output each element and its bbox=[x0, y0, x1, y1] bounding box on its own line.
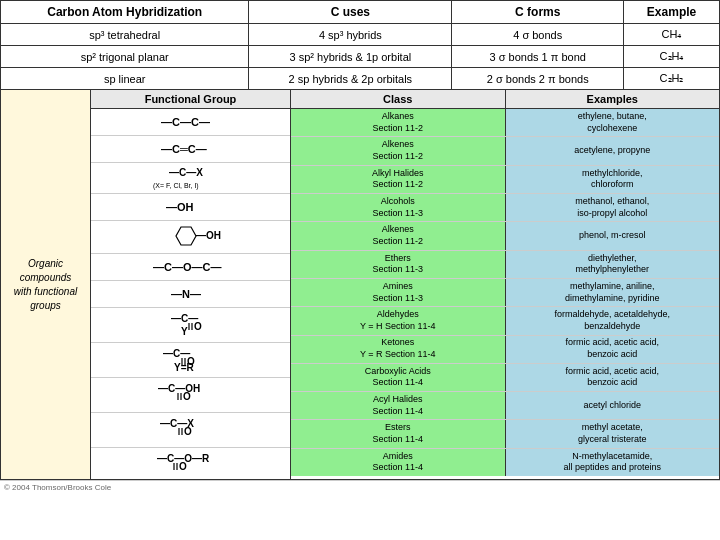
svg-text:O: O bbox=[184, 426, 192, 437]
example-sp2: C₂H₄ bbox=[624, 46, 720, 68]
header-example: Example bbox=[624, 1, 720, 24]
class-example-row: Ketones Y = R Section 11-4formic acid, a… bbox=[291, 336, 719, 364]
svg-text:—OH: —OH bbox=[166, 201, 194, 213]
class-cell: Acyl Halides Section 11-4 bbox=[291, 392, 506, 419]
class-cell: Alkenes Section 11-2 bbox=[291, 137, 506, 164]
c-forms-sp3: 4 σ bonds bbox=[452, 24, 624, 46]
fg-alkene: —C═C— bbox=[91, 136, 290, 163]
class-cell: Aldehydes Y = H Section 11-4 bbox=[291, 307, 506, 334]
class-example-row: Carboxylic Acids Section 11-4formic acid… bbox=[291, 364, 719, 392]
hybridization-sp3: sp³ tetrahedral bbox=[1, 24, 249, 46]
c-forms-sp2: 3 σ bonds 1 π bond bbox=[452, 46, 624, 68]
svg-text:O: O bbox=[194, 321, 202, 332]
functional-groups-list: —C—C— —C═C— —C—X (X= F, Cl, Br, I) —OH bbox=[91, 109, 290, 476]
fg-alkyl-halide: —C—X (X= F, Cl, Br, I) bbox=[91, 163, 290, 194]
header-hybridization: Carbon Atom Hybridization bbox=[1, 1, 249, 24]
example-cell: methyl acetate, glyceral tristerate bbox=[506, 420, 720, 447]
svg-marker-5 bbox=[176, 227, 196, 245]
class-example-row: Alkyl Halides Section 11-2methylchloride… bbox=[291, 166, 719, 194]
organic-compounds-box: Organic compounds with functional groups bbox=[1, 90, 91, 479]
class-example-row: Alkanes Section 11-2ethylene, butane, cy… bbox=[291, 109, 719, 137]
example-cell: methanol, ethanol, iso-propyl alcohol bbox=[506, 194, 720, 221]
svg-text:(X= F, Cl, Br, I): (X= F, Cl, Br, I) bbox=[153, 182, 199, 190]
class-example-row: Amides Section 11-4N-methylacetamide, al… bbox=[291, 449, 719, 476]
example-sp3: CH₄ bbox=[624, 24, 720, 46]
example-cell: methylchloride, chloroform bbox=[506, 166, 720, 193]
class-cell: Amines Section 11-3 bbox=[291, 279, 506, 306]
class-example-row: Alkenes Section 11-2acetylene, propyne bbox=[291, 137, 719, 165]
example-cell: phenol, m-cresol bbox=[506, 222, 720, 249]
c-uses-sp: 2 sp hybrids & 2p orbitals bbox=[249, 68, 452, 90]
svg-text:—C═C—: —C═C— bbox=[161, 143, 207, 155]
c-uses-sp2: 3 sp² hybrids & 1p orbital bbox=[249, 46, 452, 68]
class-example-row: Aldehydes Y = H Section 11-4formaldehyde… bbox=[291, 307, 719, 335]
example-sp: C₂H₂ bbox=[624, 68, 720, 90]
fg-ester: —C—O—R O bbox=[91, 448, 290, 480]
class-cell: Ethers Section 11-3 bbox=[291, 251, 506, 278]
class-cell: Alkyl Halides Section 11-2 bbox=[291, 166, 506, 193]
class-cell: Alkanes Section 11-2 bbox=[291, 109, 506, 136]
class-example-row: Esters Section 11-4methyl acetate, glyce… bbox=[291, 420, 719, 448]
table-row: sp² trigonal planar 3 sp² hybrids & 1p o… bbox=[1, 46, 720, 68]
header-c-forms: C forms bbox=[452, 1, 624, 24]
class-cell: Ketones Y = R Section 11-4 bbox=[291, 336, 506, 363]
fg-acyl-halide: —C—X O bbox=[91, 413, 290, 448]
example-cell: N-methylacetamide, all peptides and prot… bbox=[506, 449, 720, 476]
class-cell: Esters Section 11-4 bbox=[291, 420, 506, 447]
fg-ether: —C—O—C— bbox=[91, 254, 290, 281]
svg-text:—C—C—: —C—C— bbox=[161, 116, 210, 128]
class-examples-section: Class Examples Alkanes Section 11-2ethyl… bbox=[291, 90, 719, 479]
class-example-row: Acyl Halides Section 11-4acetyl chloride bbox=[291, 392, 719, 420]
class-example-row: Alcohols Section 11-3methanol, ethanol, … bbox=[291, 194, 719, 222]
hybridization-table: Carbon Atom Hybridization C uses C forms… bbox=[0, 0, 720, 90]
fg-carboxylic-acid: —C—OH O bbox=[91, 378, 290, 413]
fg-phenol: —OH bbox=[91, 221, 290, 254]
example-cell: acetyl chloride bbox=[506, 392, 720, 419]
example-cell: diethylether, methylphenylether bbox=[506, 251, 720, 278]
right-rows-container: Alkanes Section 11-2ethylene, butane, cy… bbox=[291, 109, 719, 476]
organic-label: Organic compounds with functional groups bbox=[14, 257, 77, 313]
svg-text:—C—O—C—: —C—O—C— bbox=[153, 261, 221, 273]
class-cell: Alkenes Section 11-2 bbox=[291, 222, 506, 249]
functional-group-column: Functional Group —C—C— —C═C— —C—X (X= F,… bbox=[91, 90, 291, 479]
c-forms-sp: 2 σ bonds 2 π bonds bbox=[452, 68, 624, 90]
fg-aldehyde: —C— Y O bbox=[91, 308, 290, 343]
svg-text:O: O bbox=[183, 391, 191, 402]
class-cell: Amides Section 11-4 bbox=[291, 449, 506, 476]
class-example-row: Ethers Section 11-3diethylether, methylp… bbox=[291, 251, 719, 279]
fg-alcohol: —OH bbox=[91, 194, 290, 221]
example-cell: acetylene, propyne bbox=[506, 137, 720, 164]
class-header: Class bbox=[291, 90, 506, 108]
example-cell: formaldehyde, acetaldehyde, benzaldehyde bbox=[506, 307, 720, 334]
class-example-row: Amines Section 11-3methylamine, aniline,… bbox=[291, 279, 719, 307]
svg-text:O: O bbox=[179, 461, 187, 472]
right-column-headers: Class Examples bbox=[291, 90, 719, 109]
fg-amine: —N— bbox=[91, 281, 290, 308]
svg-text:—C—X: —C—X bbox=[169, 167, 203, 178]
example-cell: methylamine, aniline, dimethylamine, pyr… bbox=[506, 279, 720, 306]
table-row: sp linear 2 sp hybrids & 2p orbitals 2 σ… bbox=[1, 68, 720, 90]
hybridization-sp: sp linear bbox=[1, 68, 249, 90]
class-cell: Carboxylic Acids Section 11-4 bbox=[291, 364, 506, 391]
svg-text:—N—: —N— bbox=[171, 288, 201, 300]
class-cell: Alcohols Section 11-3 bbox=[291, 194, 506, 221]
functional-group-header: Functional Group bbox=[91, 90, 290, 109]
c-uses-sp3: 4 sp³ hybrids bbox=[249, 24, 452, 46]
example-cell: formic acid, acetic acid, benzoic acid bbox=[506, 364, 720, 391]
fg-ketone: —C— Y=R O bbox=[91, 343, 290, 378]
copyright-notice: © 2004 Thomson/Brooks Cole bbox=[0, 480, 720, 494]
fg-alkane: —C—C— bbox=[91, 109, 290, 136]
table-row: sp³ tetrahedral 4 sp³ hybrids 4 σ bonds … bbox=[1, 24, 720, 46]
header-c-uses: C uses bbox=[249, 1, 452, 24]
example-cell: ethylene, butane, cyclohexene bbox=[506, 109, 720, 136]
examples-header: Examples bbox=[506, 90, 720, 108]
functional-groups-section: Organic compounds with functional groups… bbox=[0, 90, 720, 480]
example-cell: formic acid, acetic acid, benzoic acid bbox=[506, 336, 720, 363]
class-example-row: Alkenes Section 11-2phenol, m-cresol bbox=[291, 222, 719, 250]
svg-text:Y: Y bbox=[181, 326, 188, 337]
svg-text:—OH: —OH bbox=[196, 230, 221, 241]
svg-text:—C—OH: —C—OH bbox=[158, 383, 200, 394]
hybridization-sp2: sp² trigonal planar bbox=[1, 46, 249, 68]
svg-text:O: O bbox=[187, 356, 195, 367]
